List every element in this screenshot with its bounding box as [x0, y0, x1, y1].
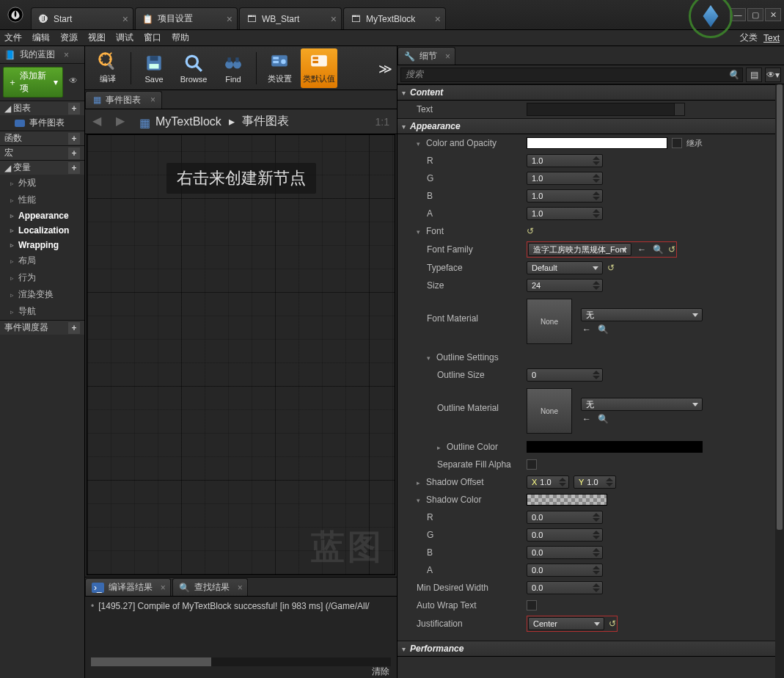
close-button[interactable]: ✕: [765, 8, 781, 21]
tree-item-event-graph[interactable]: 事件图表: [0, 115, 84, 131]
save-button[interactable]: Save: [136, 48, 172, 88]
magnifier-icon[interactable]: 🔍: [597, 414, 609, 424]
reset-icon[interactable]: ↺: [668, 244, 675, 255]
class-defaults-button[interactable]: 类默认值: [301, 48, 337, 88]
clear-button[interactable]: 清除: [372, 666, 389, 678]
tab-compiler-results[interactable]: ›_ 编译器结果 ×: [85, 578, 171, 596]
add-variable-button[interactable]: +: [68, 162, 80, 174]
find-button[interactable]: Find: [215, 48, 252, 88]
close-icon[interactable]: ×: [122, 13, 128, 25]
color-swatch[interactable]: [527, 494, 607, 506]
color-swatch[interactable]: [527, 441, 703, 453]
material-thumbnail[interactable]: None: [527, 299, 572, 344]
prop-label[interactable]: Font: [402, 226, 527, 236]
var-item[interactable]: 性能: [0, 192, 84, 208]
close-icon[interactable]: ×: [435, 13, 441, 25]
var-item[interactable]: 渲染变换: [0, 286, 84, 303]
menu-view[interactable]: 视图: [88, 32, 106, 44]
spinbox-a[interactable]: 0.0: [527, 564, 603, 577]
prop-label[interactable]: Outline Settings: [402, 352, 527, 362]
menu-file[interactable]: 文件: [4, 32, 22, 44]
browse-button[interactable]: Browse: [175, 48, 212, 88]
log-entry[interactable]: •[1495.27] Compile of MyTextBlock succes…: [91, 601, 391, 611]
section-appearance[interactable]: Appearance: [398, 118, 784, 134]
prop-label[interactable]: Outline Color: [402, 442, 527, 452]
section-content[interactable]: Content: [398, 84, 784, 101]
menu-debug[interactable]: 调试: [116, 32, 133, 44]
close-icon[interactable]: ×: [445, 51, 450, 62]
font-family-dropdown[interactable]: 造字工房映力黑规体_Font: [528, 243, 631, 256]
section-performance[interactable]: Performance: [398, 641, 784, 657]
tab-project-settings[interactable]: 📋 项目设置 ×: [135, 7, 238, 29]
tab-details[interactable]: 🔧 细节 ×: [398, 47, 455, 65]
spinbox-size[interactable]: 24: [527, 279, 603, 292]
close-icon[interactable]: ×: [150, 95, 155, 105]
prop-label[interactable]: Shadow Offset: [402, 477, 527, 487]
add-dispatcher-button[interactable]: +: [68, 322, 80, 334]
category-variables[interactable]: ◢ 变量 +: [0, 160, 84, 175]
close-icon[interactable]: ×: [331, 13, 337, 25]
reset-icon[interactable]: ↺: [607, 263, 615, 273]
material-dropdown[interactable]: 无: [581, 398, 703, 411]
nav-back-icon[interactable]: ←: [581, 414, 593, 424]
reset-icon[interactable]: ↺: [527, 226, 534, 236]
tab-find-results[interactable]: 🔍 查找结果 ×: [172, 578, 248, 596]
category-functions[interactable]: 函数 +: [0, 131, 84, 145]
add-macro-button[interactable]: +: [68, 147, 80, 159]
tab-wb-start[interactable]: 🗔 WB_Start ×: [239, 7, 342, 29]
spinbox-b[interactable]: 0.0: [527, 546, 603, 559]
menu-help[interactable]: 帮助: [172, 32, 189, 44]
typeface-dropdown[interactable]: Default: [527, 261, 603, 274]
category-macros[interactable]: 宏 +: [0, 145, 84, 160]
add-graph-button[interactable]: +: [68, 103, 80, 114]
text-input[interactable]: [527, 103, 685, 116]
close-icon[interactable]: ×: [227, 13, 232, 25]
prop-label[interactable]: Color and Opacity: [402, 138, 527, 148]
spinbox-b[interactable]: 1.0: [527, 189, 603, 203]
prop-label[interactable]: Shadow Color: [402, 495, 527, 505]
add-function-button[interactable]: +: [68, 133, 80, 145]
spinbox-r[interactable]: 1.0: [527, 154, 603, 167]
crumb-leaf[interactable]: 事件图表: [242, 114, 289, 129]
toolbar-overflow-button[interactable]: ≫: [378, 61, 392, 77]
property-matrix-button[interactable]: ▤: [746, 68, 762, 82]
var-item[interactable]: 导航: [0, 303, 84, 320]
nav-forward-button[interactable]: ▶: [116, 114, 132, 130]
menu-asset[interactable]: 资源: [60, 32, 78, 44]
spinbox-g[interactable]: 1.0: [527, 172, 603, 185]
inherit-checkbox[interactable]: [672, 138, 682, 148]
nav-back-button[interactable]: ◀: [92, 114, 109, 130]
maximize-button[interactable]: ▢: [747, 8, 763, 21]
checkbox[interactable]: [527, 600, 537, 610]
eye-icon[interactable]: 👁: [69, 76, 81, 89]
justification-dropdown[interactable]: Center: [528, 617, 604, 630]
graph-tab-event-graph[interactable]: ▦ 事件图表 ×: [85, 91, 162, 109]
var-item[interactable]: Localization: [0, 223, 84, 238]
spinbox-min-width[interactable]: 0.0: [527, 581, 603, 594]
checkbox[interactable]: [527, 459, 537, 470]
color-swatch[interactable]: [527, 137, 667, 149]
spinbox-outline-size[interactable]: 0: [527, 368, 603, 382]
horizontal-scrollbar[interactable]: [91, 657, 391, 666]
add-new-button[interactable]: ＋ 添加新项 ▾: [3, 67, 63, 98]
close-icon[interactable]: ×: [161, 583, 166, 593]
close-icon[interactable]: ×: [238, 583, 243, 593]
parent-class-link[interactable]: Text: [763, 33, 780, 43]
menu-edit[interactable]: 编辑: [32, 32, 50, 44]
menu-window[interactable]: 窗口: [144, 32, 161, 44]
compile-button[interactable]: 编译: [89, 48, 126, 88]
tab-start[interactable]: 🅤 Start ×: [31, 7, 133, 29]
scrollbar-thumb[interactable]: [777, 84, 783, 530]
vertical-scrollbar[interactable]: [775, 84, 784, 678]
spinbox-a[interactable]: 1.0: [527, 207, 603, 220]
var-item[interactable]: 外观: [0, 175, 84, 192]
spinbox-g[interactable]: 0.0: [527, 528, 603, 542]
var-item[interactable]: Wrapping: [0, 238, 84, 252]
spinbox-y[interactable]: Y1.0: [574, 475, 616, 489]
magnifier-icon[interactable]: 🔍: [597, 324, 609, 335]
material-dropdown[interactable]: 无: [581, 308, 703, 321]
class-settings-button[interactable]: 类设置: [261, 48, 298, 88]
tab-mytextblock[interactable]: 🗔 MyTextBlock ×: [343, 7, 446, 29]
var-item[interactable]: 布局: [0, 252, 84, 269]
spinbox-x[interactable]: X1.0: [527, 475, 569, 489]
